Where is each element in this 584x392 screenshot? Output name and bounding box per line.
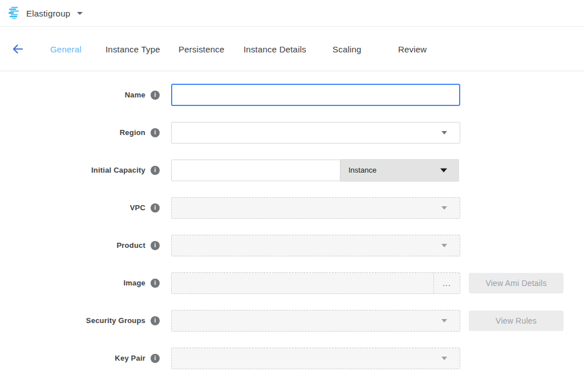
info-icon[interactable]: i bbox=[151, 203, 160, 213]
initial-capacity-label: Initial Capacity bbox=[91, 166, 145, 174]
info-icon[interactable]: i bbox=[151, 128, 160, 137]
app-title: Elastigroup bbox=[26, 9, 70, 18]
chevron-down-icon bbox=[441, 319, 447, 322]
tab-review[interactable]: Review bbox=[398, 44, 427, 54]
capacity-unit-value: Instance bbox=[348, 166, 376, 174]
form-row-key-pair: Key Pair i bbox=[0, 347, 584, 369]
info-icon[interactable]: i bbox=[151, 279, 160, 288]
info-icon[interactable]: i bbox=[151, 91, 160, 100]
vpc-label: VPC bbox=[130, 203, 145, 212]
elastigroup-app-menu[interactable]: Elastigroup bbox=[7, 6, 83, 21]
tab-general[interactable]: General bbox=[50, 44, 82, 54]
back-button[interactable] bbox=[10, 41, 26, 56]
info-icon[interactable]: i bbox=[151, 354, 160, 363]
form-row-product: Product i bbox=[0, 234, 584, 256]
chevron-down-icon bbox=[440, 168, 447, 172]
tab-instance-details[interactable]: Instance Details bbox=[244, 44, 306, 54]
arrow-left-icon bbox=[11, 42, 25, 55]
info-icon[interactable]: i bbox=[151, 166, 160, 175]
initial-capacity-input[interactable] bbox=[171, 160, 340, 181]
elastigroup-logo-icon bbox=[7, 6, 21, 21]
capacity-unit-select[interactable]: Instance bbox=[340, 159, 459, 182]
tab-instance-type[interactable]: Instance Type bbox=[106, 44, 160, 54]
security-groups-label: Security Groups bbox=[86, 316, 145, 325]
image-picker-value bbox=[172, 273, 433, 293]
name-input[interactable] bbox=[171, 84, 460, 106]
image-browse-button: ... bbox=[433, 273, 460, 293]
region-label: Region bbox=[120, 128, 145, 137]
product-select bbox=[171, 235, 460, 256]
view-ami-details-button: View Ami Details bbox=[469, 273, 563, 293]
chevron-down-icon bbox=[441, 206, 447, 210]
chevron-down-icon bbox=[77, 12, 83, 15]
info-icon[interactable]: i bbox=[151, 316, 160, 325]
form-row-initial-capacity: Initial Capacity i Instance bbox=[0, 159, 584, 181]
view-rules-button: View Rules bbox=[469, 311, 563, 331]
form-row-vpc: VPC i bbox=[0, 197, 584, 219]
security-groups-select bbox=[171, 310, 460, 332]
wizard-tabbar: General Instance Type Persistence Instan… bbox=[0, 27, 584, 71]
form-row-region: Region i bbox=[0, 121, 584, 144]
form-row-security-groups: Security Groups i View Rules bbox=[0, 309, 584, 332]
chevron-down-icon bbox=[441, 244, 447, 247]
tab-persistence[interactable]: Persistence bbox=[179, 44, 225, 54]
form-row-name: Name i bbox=[0, 84, 584, 106]
name-label: Name bbox=[125, 91, 145, 99]
info-icon[interactable]: i bbox=[151, 241, 160, 250]
general-form: Name i Region i Initial Capacity i Insta… bbox=[0, 71, 584, 369]
region-select[interactable] bbox=[171, 122, 460, 144]
image-picker: ... bbox=[171, 272, 460, 294]
key-pair-select bbox=[171, 348, 460, 369]
form-row-image: Image i ... View Ami Details bbox=[0, 272, 584, 294]
key-pair-label: Key Pair bbox=[115, 354, 145, 362]
chevron-down-icon bbox=[441, 131, 447, 134]
product-label: Product bbox=[116, 241, 145, 250]
tab-scaling[interactable]: Scaling bbox=[332, 44, 362, 54]
vpc-select bbox=[171, 197, 460, 219]
topbar: Elastigroup bbox=[0, 0, 584, 27]
chevron-down-icon bbox=[441, 357, 447, 360]
image-label: Image bbox=[123, 279, 145, 287]
